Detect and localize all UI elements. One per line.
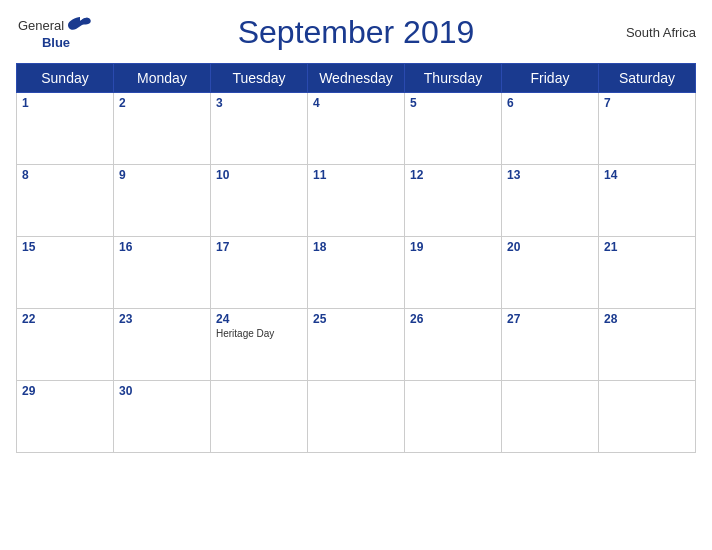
day-number: 17 [216,240,302,254]
calendar-cell: 17 [211,237,308,309]
day-number: 1 [22,96,108,110]
day-number: 11 [313,168,399,182]
week-row-2: 891011121314 [17,165,696,237]
day-number: 7 [604,96,690,110]
day-number: 4 [313,96,399,110]
logo-general-text: General [18,18,64,33]
logo-blue-text: Blue [42,35,70,50]
calendar-cell: 16 [114,237,211,309]
calendar-cell [211,381,308,453]
calendar-cell: 7 [599,93,696,165]
calendar-cell: 6 [502,93,599,165]
weekday-header-monday: Monday [114,64,211,93]
calendar-cell: 23 [114,309,211,381]
day-number: 28 [604,312,690,326]
day-number: 21 [604,240,690,254]
week-row-3: 15161718192021 [17,237,696,309]
calendar-cell: 14 [599,165,696,237]
calendar-cell: 30 [114,381,211,453]
calendar-container: General Blue September 2019 South Africa… [0,0,712,550]
calendar-cell: 15 [17,237,114,309]
weekday-header-sunday: Sunday [17,64,114,93]
calendar-cell: 22 [17,309,114,381]
calendar-cell: 29 [17,381,114,453]
weekday-header-saturday: Saturday [599,64,696,93]
calendar-cell [405,381,502,453]
calendar-cell: 1 [17,93,114,165]
calendar-cell: 21 [599,237,696,309]
calendar-cell: 26 [405,309,502,381]
day-number: 25 [313,312,399,326]
weekday-header-tuesday: Tuesday [211,64,308,93]
calendar-cell [599,381,696,453]
day-number: 8 [22,168,108,182]
calendar-cell: 28 [599,309,696,381]
weekday-header-wednesday: Wednesday [308,64,405,93]
calendar-cell: 12 [405,165,502,237]
calendar-cell: 8 [17,165,114,237]
day-number: 19 [410,240,496,254]
calendar-title: September 2019 [96,14,616,51]
day-number: 3 [216,96,302,110]
calendar-cell: 18 [308,237,405,309]
week-row-5: 2930 [17,381,696,453]
calendar-cell: 11 [308,165,405,237]
week-row-4: 222324Heritage Day25262728 [17,309,696,381]
day-number: 2 [119,96,205,110]
calendar-cell [308,381,405,453]
day-number: 13 [507,168,593,182]
calendar-cell: 9 [114,165,211,237]
day-number: 16 [119,240,205,254]
calendar-cell: 13 [502,165,599,237]
calendar-cell: 20 [502,237,599,309]
day-number: 9 [119,168,205,182]
calendar-cell: 2 [114,93,211,165]
day-number: 23 [119,312,205,326]
calendar-cell [502,381,599,453]
calendar-cell: 3 [211,93,308,165]
day-number: 20 [507,240,593,254]
day-number: 26 [410,312,496,326]
calendar-cell: 24Heritage Day [211,309,308,381]
calendar-cell: 4 [308,93,405,165]
calendar-header: General Blue September 2019 South Africa [16,10,696,55]
logo-area: General Blue [16,15,96,50]
weekday-header-thursday: Thursday [405,64,502,93]
day-number: 6 [507,96,593,110]
day-number: 18 [313,240,399,254]
day-number: 14 [604,168,690,182]
day-number: 12 [410,168,496,182]
day-number: 24 [216,312,302,326]
logo-bird-icon [66,15,94,35]
day-number: 22 [22,312,108,326]
day-number: 5 [410,96,496,110]
calendar-grid: SundayMondayTuesdayWednesdayThursdayFrid… [16,63,696,453]
calendar-cell: 5 [405,93,502,165]
calendar-cell: 19 [405,237,502,309]
calendar-cell: 10 [211,165,308,237]
day-number: 30 [119,384,205,398]
event-label: Heritage Day [216,328,302,339]
day-number: 29 [22,384,108,398]
calendar-cell: 27 [502,309,599,381]
country-label: South Africa [616,25,696,40]
weekday-header-friday: Friday [502,64,599,93]
weekday-header-row: SundayMondayTuesdayWednesdayThursdayFrid… [17,64,696,93]
week-row-1: 1234567 [17,93,696,165]
day-number: 27 [507,312,593,326]
calendar-cell: 25 [308,309,405,381]
day-number: 10 [216,168,302,182]
day-number: 15 [22,240,108,254]
